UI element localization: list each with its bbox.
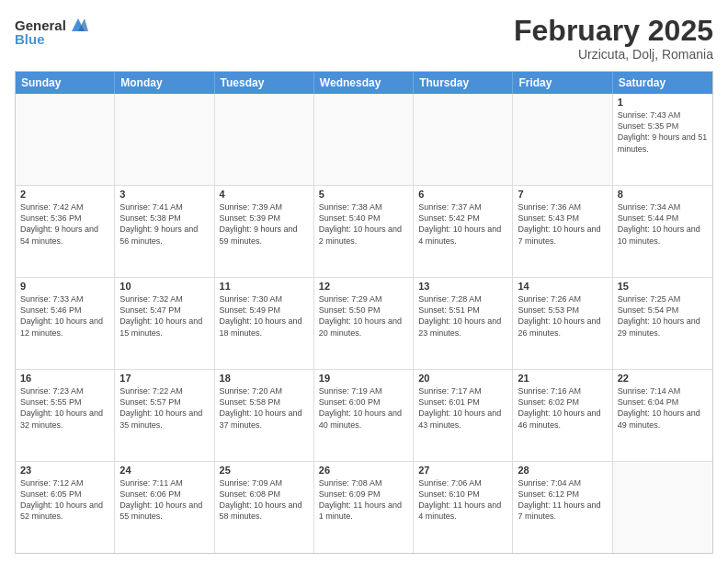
cell-w2-d7: 8Sunrise: 7:34 AM Sunset: 5:44 PM Daylig… [613,186,712,277]
day-info: Sunrise: 7:16 AM Sunset: 6:02 PM Dayligh… [518,385,607,431]
day-number: 1 [618,97,708,108]
day-number: 19 [319,373,408,384]
cell-w1-d6 [513,94,612,185]
day-number: 10 [119,281,209,292]
day-info: Sunrise: 7:30 AM Sunset: 5:49 PM Dayligh… [220,293,309,339]
cell-w5-d4: 26Sunrise: 7:08 AM Sunset: 6:09 PM Dayli… [314,462,414,553]
page: General Blue February 2025 Urzicuta, Dol… [0,0,728,563]
cell-w1-d7: 1Sunrise: 7:43 AM Sunset: 5:35 PM Daylig… [613,94,712,185]
day-info: Sunrise: 7:19 AM Sunset: 6:00 PM Dayligh… [319,385,408,431]
cell-w2-d6: 7Sunrise: 7:36 AM Sunset: 5:43 PM Daylig… [513,186,612,277]
day-number: 8 [618,189,708,200]
day-info: Sunrise: 7:11 AM Sunset: 6:06 PM Dayligh… [119,477,209,523]
day-info: Sunrise: 7:42 AM Sunset: 5:36 PM Dayligh… [20,201,109,247]
cell-w3-d2: 10Sunrise: 7:32 AM Sunset: 5:47 PM Dayli… [115,278,214,369]
day-number: 22 [618,373,708,384]
cell-w1-d2 [115,94,214,185]
day-info: Sunrise: 7:25 AM Sunset: 5:54 PM Dayligh… [618,293,708,339]
day-number: 9 [20,281,109,292]
cell-w3-d1: 9Sunrise: 7:33 AM Sunset: 5:46 PM Daylig… [16,278,115,369]
header: General Blue February 2025 Urzicuta, Dol… [15,15,713,62]
header-sunday: Sunday [16,72,115,94]
cell-w4-d4: 19Sunrise: 7:19 AM Sunset: 6:00 PM Dayli… [314,370,414,461]
day-info: Sunrise: 7:32 AM Sunset: 5:47 PM Dayligh… [119,293,209,339]
day-number: 17 [119,373,209,384]
header-wednesday: Wednesday [314,72,414,94]
day-number: 16 [20,373,109,384]
day-number: 12 [319,281,408,292]
day-number: 14 [518,281,607,292]
day-info: Sunrise: 7:37 AM Sunset: 5:42 PM Dayligh… [418,201,507,247]
cell-w4-d7: 22Sunrise: 7:14 AM Sunset: 6:04 PM Dayli… [613,370,712,461]
calendar-header-row: Sunday Monday Tuesday Wednesday Thursday… [16,72,712,94]
day-info: Sunrise: 7:36 AM Sunset: 5:43 PM Dayligh… [518,201,607,247]
logo-general: General [15,17,66,33]
title-area: February 2025 Urzicuta, Dolj, Romania [514,15,713,62]
header-saturday: Saturday [613,72,712,94]
cell-w5-d3: 25Sunrise: 7:09 AM Sunset: 6:08 PM Dayli… [215,462,314,553]
cell-w3-d3: 11Sunrise: 7:30 AM Sunset: 5:49 PM Dayli… [215,278,314,369]
day-number: 23 [20,465,109,476]
cell-w1-d4 [314,94,414,185]
day-info: Sunrise: 7:41 AM Sunset: 5:38 PM Dayligh… [119,201,209,247]
cell-w2-d1: 2Sunrise: 7:42 AM Sunset: 5:36 PM Daylig… [16,186,115,277]
cell-w5-d1: 23Sunrise: 7:12 AM Sunset: 6:05 PM Dayli… [16,462,115,553]
day-info: Sunrise: 7:33 AM Sunset: 5:46 PM Dayligh… [20,293,109,339]
day-number: 21 [518,373,607,384]
cell-w3-d7: 15Sunrise: 7:25 AM Sunset: 5:54 PM Dayli… [613,278,712,369]
day-number: 15 [618,281,708,292]
day-info: Sunrise: 7:08 AM Sunset: 6:09 PM Dayligh… [319,477,408,523]
cell-w1-d3 [215,94,314,185]
cell-w4-d5: 20Sunrise: 7:17 AM Sunset: 6:01 PM Dayli… [414,370,513,461]
header-tuesday: Tuesday [215,72,314,94]
cell-w1-d5 [414,94,513,185]
day-number: 28 [518,465,607,476]
calendar-body: 1Sunrise: 7:43 AM Sunset: 5:35 PM Daylig… [16,94,712,553]
main-title: February 2025 [514,15,713,47]
cell-w3-d5: 13Sunrise: 7:28 AM Sunset: 5:51 PM Dayli… [414,278,513,369]
day-number: 4 [220,189,309,200]
day-number: 13 [418,281,507,292]
day-number: 2 [20,189,109,200]
day-info: Sunrise: 7:43 AM Sunset: 5:35 PM Dayligh… [618,109,708,155]
cell-w2-d3: 4Sunrise: 7:39 AM Sunset: 5:39 PM Daylig… [215,186,314,277]
cell-w3-d6: 14Sunrise: 7:26 AM Sunset: 5:53 PM Dayli… [513,278,612,369]
cell-w1-d1 [16,94,115,185]
logo-icon [68,15,88,35]
day-number: 6 [418,189,507,200]
day-number: 20 [418,373,507,384]
cell-w5-d6: 28Sunrise: 7:04 AM Sunset: 6:12 PM Dayli… [513,462,612,553]
cell-w2-d4: 5Sunrise: 7:38 AM Sunset: 5:40 PM Daylig… [314,186,414,277]
cell-w2-d5: 6Sunrise: 7:37 AM Sunset: 5:42 PM Daylig… [414,186,513,277]
subtitle: Urzicuta, Dolj, Romania [514,47,713,62]
calendar: Sunday Monday Tuesday Wednesday Thursday… [15,71,713,554]
week-2: 2Sunrise: 7:42 AM Sunset: 5:36 PM Daylig… [16,186,712,278]
day-info: Sunrise: 7:29 AM Sunset: 5:50 PM Dayligh… [319,293,408,339]
week-3: 9Sunrise: 7:33 AM Sunset: 5:46 PM Daylig… [16,278,712,370]
week-4: 16Sunrise: 7:23 AM Sunset: 5:55 PM Dayli… [16,370,712,462]
cell-w4-d6: 21Sunrise: 7:16 AM Sunset: 6:02 PM Dayli… [513,370,612,461]
day-info: Sunrise: 7:17 AM Sunset: 6:01 PM Dayligh… [418,385,507,431]
day-info: Sunrise: 7:23 AM Sunset: 5:55 PM Dayligh… [20,385,109,431]
day-info: Sunrise: 7:38 AM Sunset: 5:40 PM Dayligh… [319,201,408,247]
logo: General Blue [15,15,88,47]
day-number: 18 [220,373,309,384]
day-info: Sunrise: 7:04 AM Sunset: 6:12 PM Dayligh… [518,477,607,523]
day-info: Sunrise: 7:26 AM Sunset: 5:53 PM Dayligh… [518,293,607,339]
cell-w4-d1: 16Sunrise: 7:23 AM Sunset: 5:55 PM Dayli… [16,370,115,461]
day-number: 11 [220,281,309,292]
header-thursday: Thursday [414,72,513,94]
day-number: 25 [220,465,309,476]
cell-w4-d3: 18Sunrise: 7:20 AM Sunset: 5:58 PM Dayli… [215,370,314,461]
day-number: 26 [319,465,408,476]
day-info: Sunrise: 7:22 AM Sunset: 5:57 PM Dayligh… [119,385,209,431]
cell-w3-d4: 12Sunrise: 7:29 AM Sunset: 5:50 PM Dayli… [314,278,414,369]
day-info: Sunrise: 7:39 AM Sunset: 5:39 PM Dayligh… [220,201,309,247]
day-number: 7 [518,189,607,200]
cell-w5-d5: 27Sunrise: 7:06 AM Sunset: 6:10 PM Dayli… [414,462,513,553]
day-info: Sunrise: 7:06 AM Sunset: 6:10 PM Dayligh… [418,477,507,523]
header-monday: Monday [115,72,214,94]
week-5: 23Sunrise: 7:12 AM Sunset: 6:05 PM Dayli… [16,462,712,553]
day-info: Sunrise: 7:14 AM Sunset: 6:04 PM Dayligh… [618,385,708,431]
logo-blue: Blue [15,31,45,47]
